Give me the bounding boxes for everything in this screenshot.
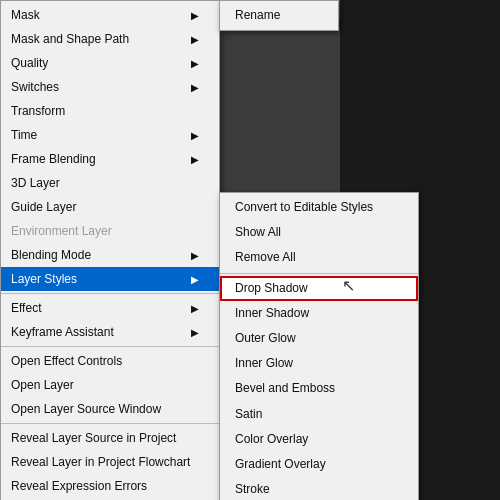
menu-item-label-open-effect-controls: Open Effect Controls	[11, 352, 122, 370]
menu-item-switches[interactable]: Switches▶	[1, 75, 219, 99]
menu-item-frame-blending[interactable]: Frame Blending▶	[1, 147, 219, 171]
menu-item-mask[interactable]: Mask▶	[1, 3, 219, 27]
layer-styles-submenu: Convert to Editable StylesShow AllRemove…	[219, 192, 419, 500]
sub-menu-item-inner-glow[interactable]: Inner Glow	[220, 351, 418, 376]
submenu-arrow-time: ▶	[191, 128, 199, 143]
menu-item-label-environment-layer: Environment Layer	[11, 222, 112, 240]
menu-item-label-reveal-layer-flowchart: Reveal Layer in Project Flowchart	[11, 453, 190, 471]
menu-item-label-keyframe-assistant: Keyframe Assistant	[11, 323, 114, 341]
sub-menu-item-gradient-overlay[interactable]: Gradient Overlay	[220, 452, 418, 477]
sub-menu-item-bevel-emboss[interactable]: Bevel and Emboss	[220, 376, 418, 401]
sub-menu-item-convert-editable[interactable]: Convert to Editable Styles	[220, 195, 418, 220]
submenu-arrow-quality: ▶	[191, 56, 199, 71]
menu-item-label-frame-blending: Frame Blending	[11, 150, 96, 168]
submenu-arrow-effect: ▶	[191, 301, 199, 316]
rename-item[interactable]: Rename	[220, 3, 338, 28]
sub-menu-item-outer-glow[interactable]: Outer Glow	[220, 326, 418, 351]
menu-item-3d-layer[interactable]: 3D Layer	[1, 171, 219, 195]
menu-item-reveal-layer-flowchart[interactable]: Reveal Layer in Project Flowchart	[1, 450, 219, 474]
menu-item-label-guide-layer: Guide Layer	[11, 198, 76, 216]
menu-item-label-3d-layer: 3D Layer	[11, 174, 60, 192]
sub-menu-item-show-all[interactable]: Show All	[220, 220, 418, 245]
menu-item-label-mask-shape-path: Mask and Shape Path	[11, 30, 129, 48]
menu-divider	[1, 423, 219, 424]
sub-menu-item-color-overlay[interactable]: Color Overlay	[220, 427, 418, 452]
menu-item-open-layer[interactable]: Open Layer	[1, 373, 219, 397]
menu-item-time[interactable]: Time▶	[1, 123, 219, 147]
menu-item-open-effect-controls[interactable]: Open Effect Controls	[1, 349, 219, 373]
menu-item-label-effect: Effect	[11, 299, 41, 317]
menu-item-label-switches: Switches	[11, 78, 59, 96]
submenu-arrow-blending-mode: ▶	[191, 248, 199, 263]
menu-item-label-quality: Quality	[11, 54, 48, 72]
menu-divider	[1, 293, 219, 294]
menu-item-reveal-expression-errors[interactable]: Reveal Expression Errors	[1, 474, 219, 498]
menu-item-label-layer-styles: Layer Styles	[11, 270, 77, 288]
menu-item-keyframe-assistant[interactable]: Keyframe Assistant▶	[1, 320, 219, 344]
submenu-arrow-switches: ▶	[191, 80, 199, 95]
sub-menu-item-drop-shadow[interactable]: Drop Shadow	[220, 276, 418, 301]
menu-item-quality[interactable]: Quality▶	[1, 51, 219, 75]
submenu-arrow-mask-shape-path: ▶	[191, 32, 199, 47]
menu-item-label-open-layer-source-window: Open Layer Source Window	[11, 400, 161, 418]
sub-menu-item-stroke[interactable]: Stroke	[220, 477, 418, 500]
sub-divider	[220, 273, 418, 274]
menu-item-label-mask: Mask	[11, 6, 40, 24]
menu-item-mask-shape-path[interactable]: Mask and Shape Path▶	[1, 27, 219, 51]
menu-item-label-reveal-expression-errors: Reveal Expression Errors	[11, 477, 147, 495]
menu-item-reveal-layer-source[interactable]: Reveal Layer Source in Project	[1, 426, 219, 450]
submenu-arrow-layer-styles: ▶	[191, 272, 199, 287]
submenu-arrow-frame-blending: ▶	[191, 152, 199, 167]
sub-menu-item-remove-all[interactable]: Remove All	[220, 245, 418, 270]
menu-item-open-layer-source-window[interactable]: Open Layer Source Window	[1, 397, 219, 421]
menu-item-effect[interactable]: Effect▶	[1, 296, 219, 320]
menu-item-label-reveal-layer-source: Reveal Layer Source in Project	[11, 429, 176, 447]
menu-item-guide-layer[interactable]: Guide Layer	[1, 195, 219, 219]
menu-item-transform[interactable]: Transform	[1, 99, 219, 123]
menu-item-label-open-layer: Open Layer	[11, 376, 74, 394]
menu-item-label-blending-mode: Blending Mode	[11, 246, 91, 264]
menu-divider	[1, 346, 219, 347]
menu-item-label-time: Time	[11, 126, 37, 144]
rename-submenu: Rename	[219, 0, 339, 31]
menu-item-environment-layer: Environment Layer	[1, 219, 219, 243]
menu-item-label-transform: Transform	[11, 102, 65, 120]
sub-menu-item-inner-shadow[interactable]: Inner Shadow	[220, 301, 418, 326]
submenu-arrow-keyframe-assistant: ▶	[191, 325, 199, 340]
menu-item-layer-styles[interactable]: Layer Styles▶	[1, 267, 219, 291]
main-context-menu: Mask▶Mask and Shape Path▶Quality▶Switche…	[0, 0, 220, 500]
menu-item-blending-mode[interactable]: Blending Mode▶	[1, 243, 219, 267]
sub-menu-item-satin[interactable]: Satin	[220, 402, 418, 427]
submenu-arrow-mask: ▶	[191, 8, 199, 23]
